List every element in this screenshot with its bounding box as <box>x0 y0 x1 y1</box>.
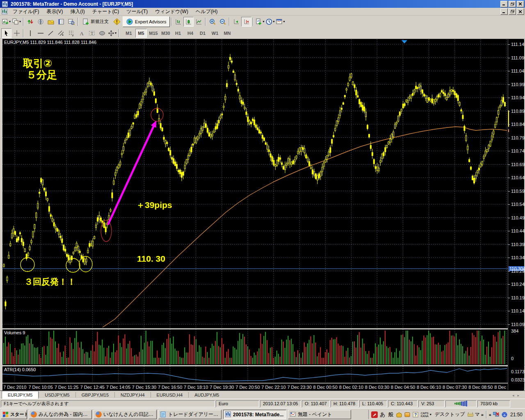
restore-button[interactable] <box>509 1 516 7</box>
axis-ma-marker <box>508 129 509 132</box>
chart-child-icon[interactable] <box>1 8 8 15</box>
taskbar-button-4[interactable]: 無題 - ペイント <box>288 410 351 419</box>
terminal-button[interactable] <box>56 17 66 27</box>
zoom-in-button[interactable] <box>207 17 217 27</box>
templates-button[interactable]: ▾ <box>275 17 285 27</box>
bar-chart-button[interactable] <box>173 17 183 27</box>
menu-tools[interactable]: ツール(T) <box>123 7 151 16</box>
connection-status-icon[interactable] <box>445 400 477 407</box>
chart-tab-eurusd[interactable]: EURUSD,H4 <box>151 391 189 399</box>
timeframe-w1-button[interactable]: W1 <box>209 29 221 38</box>
network-status-icon[interactable] <box>493 411 500 418</box>
volumes-pane[interactable] <box>2 329 508 365</box>
timeframe-m15-button[interactable]: M15 <box>148 29 159 38</box>
timeframe-m1-button[interactable]: M1 <box>123 29 135 38</box>
timeframe-mn-button[interactable]: MN <box>221 29 233 38</box>
signal-bar <box>463 402 464 406</box>
child-close-button[interactable] <box>517 8 524 15</box>
line-chart-button[interactable] <box>194 17 204 27</box>
periods-button[interactable]: ▾ <box>265 17 275 27</box>
timeframe-m5-button[interactable]: M5 <box>135 29 147 38</box>
horizontal-line-button[interactable] <box>35 28 46 38</box>
metaeditor-warning-icon[interactable] <box>112 17 122 27</box>
new-order-button[interactable]: 新規注文 <box>80 17 112 27</box>
caps-indicator: CAPS <box>421 412 429 415</box>
price-axis-label: 110.795 <box>511 135 525 140</box>
menu-window[interactable]: ウィンドウ(W) <box>151 7 192 16</box>
chart-tab-usdjpy[interactable]: USDJPY,M5 <box>39 391 75 399</box>
timeframe-m30-button[interactable]: M30 <box>160 29 171 38</box>
menu-charts[interactable]: チャート(C) <box>89 7 123 16</box>
menu-help[interactable]: ヘルプ(H) <box>192 7 221 16</box>
child-restore-button[interactable] <box>509 8 516 15</box>
expert-advisors-button[interactable]: Expert Advisors <box>123 16 170 27</box>
chart-tab-audjpy[interactable]: AUDJPY,M5 <box>189 391 225 399</box>
help-tray-icon[interactable]: ? <box>412 411 419 418</box>
status-high-price: H: 110.478 <box>331 400 358 407</box>
tray-clock[interactable]: 21:50 <box>510 412 523 418</box>
ime-dictionary-icon[interactable] <box>404 411 411 418</box>
equidistant-channel-button[interactable]: E <box>56 28 66 38</box>
zoom-out-button[interactable] <box>217 17 228 27</box>
navigator-button[interactable] <box>46 17 56 27</box>
timeframe-h1-button[interactable]: H1 <box>172 29 184 38</box>
taskbar-button-3[interactable]: 2001578: MetaTrade... <box>223 410 286 419</box>
ime-hiragana-indicator[interactable]: あ <box>379 411 386 418</box>
text-label-button[interactable]: T <box>87 28 97 38</box>
trendline-button[interactable] <box>46 28 56 38</box>
time-axis[interactable]: 7 Dec 20107 Dec 10:057 Dec 11:257 Dec 12… <box>2 383 508 390</box>
new-chart-button[interactable]: ▾ <box>1 17 11 27</box>
atok-globe-icon[interactable]: a <box>501 411 508 418</box>
fibonacci-button[interactable]: F <box>66 28 76 38</box>
ime-tool-icon[interactable] <box>371 411 378 418</box>
price-axis[interactable]: 110.304 384 0 0.1173 0.0323 111.145111.0… <box>508 39 524 390</box>
chart-tab-gbpjpy[interactable]: GBPJPY,M15 <box>76 391 114 399</box>
desktop-toolbar-label[interactable]: デスクトップ <box>435 411 465 418</box>
chart-shift-button[interactable] <box>241 17 251 27</box>
tab-scroll-arrows[interactable]: ◂▸ <box>512 393 523 397</box>
child-minimize-button[interactable] <box>500 8 508 15</box>
atr-pane[interactable] <box>2 366 508 383</box>
auto-scroll-button[interactable] <box>231 17 241 27</box>
candlestick-chart-button[interactable] <box>183 17 194 27</box>
time-axis-label: 8 Dec 04:50 <box>391 385 415 390</box>
ime-mode-indicator[interactable]: 般 <box>388 411 394 418</box>
main-price-chart[interactable] <box>2 39 508 328</box>
profiles-button[interactable]: ▾ <box>11 17 22 27</box>
indicators-button[interactable]: ▾ <box>255 17 265 27</box>
vertical-line-button[interactable] <box>25 28 35 38</box>
ime-pad-icon[interactable] <box>396 411 402 418</box>
status-open-price: O: 110.407 <box>302 400 330 407</box>
time-axis-label: 7 Dec 12:45 <box>80 385 105 390</box>
menu-view[interactable]: 表示(V) <box>43 7 66 16</box>
atr-axis-max: 0.1173 <box>511 369 525 374</box>
start-button[interactable]: スタート <box>1 410 27 419</box>
indicator-dropdown-arrow[interactable]: ▾ <box>430 413 431 416</box>
minimize-button[interactable] <box>500 1 508 7</box>
keyboard-state-indicator[interactable]: CAPS KANA <box>421 412 429 418</box>
timeframe-d1-button[interactable]: D1 <box>197 29 208 38</box>
ellipse-tool-button[interactable] <box>97 28 107 38</box>
price-axis-label: 110.145 <box>511 308 525 313</box>
strategy-tester-button[interactable] <box>66 17 76 27</box>
printer-tray-icon[interactable] <box>467 411 474 418</box>
chart-tab-eurjpy[interactable]: EURJPY,M5 <box>2 391 39 399</box>
toolbar-chevron-right[interactable]: » <box>481 412 484 417</box>
menu-insert[interactable]: 挿入(I) <box>66 7 88 16</box>
text-button[interactable]: A <box>76 28 87 38</box>
cursor-button[interactable] <box>1 28 11 38</box>
menu-file[interactable]: ファイル(F) <box>9 7 43 16</box>
crosshair-button[interactable] <box>11 28 22 38</box>
taskbar-button-1[interactable]: いなけんさんの日記「2010... <box>94 410 157 419</box>
taskbar-button-2[interactable]: トレードダイアリーテンプレー... <box>158 410 221 419</box>
close-button[interactable] <box>517 1 524 7</box>
timeframe-h4-button[interactable]: H4 <box>185 29 196 38</box>
time-axis-label: 8 Dec 02:10 <box>339 385 363 390</box>
chart-tab-nzdjpy[interactable]: NZDJPY,H4 <box>115 391 150 399</box>
ime-ma-indicator[interactable]: マ <box>475 411 479 418</box>
arrows-tool-button[interactable]: ▾ <box>107 28 117 38</box>
taskbar-button-0[interactable]: みんなの外為 - 国内最... <box>29 410 92 419</box>
data-window-button[interactable] <box>35 17 46 27</box>
market-watch-button[interactable] <box>25 17 35 27</box>
tray-chevron-left[interactable]: « <box>489 412 491 417</box>
